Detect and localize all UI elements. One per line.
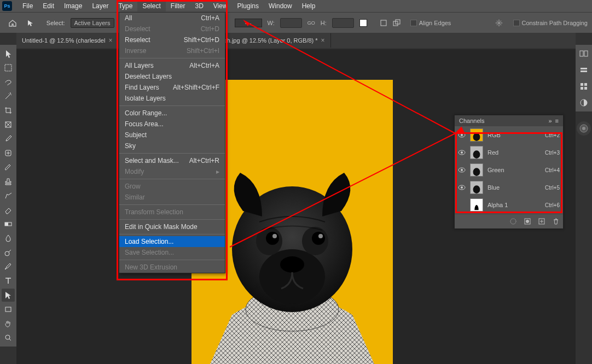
svg-point-54 bbox=[582, 127, 585, 130]
menu-3d[interactable]: 3D bbox=[190, 1, 208, 11]
tool-hand[interactable] bbox=[2, 317, 15, 330]
path-arrange-icon[interactable] bbox=[393, 19, 401, 27]
channel-row-blue[interactable]: BlueCtrl+5 bbox=[455, 179, 563, 196]
constrain-check[interactable]: Constrain Path Dragging bbox=[513, 20, 588, 26]
color-wheel-icon[interactable] bbox=[577, 121, 591, 136]
tool-lasso[interactable] bbox=[2, 75, 15, 89]
tool-eraser[interactable] bbox=[2, 203, 15, 216]
svg-point-3 bbox=[498, 22, 500, 24]
tool-history[interactable] bbox=[2, 189, 15, 202]
svg-point-29 bbox=[312, 232, 325, 245]
close-icon[interactable]: × bbox=[108, 37, 112, 44]
tool-stamp[interactable] bbox=[2, 175, 15, 188]
load-sel-icon[interactable] bbox=[509, 218, 517, 225]
visibility-icon[interactable] bbox=[458, 166, 466, 174]
channel-shortcut: Ctrl+2 bbox=[545, 132, 560, 138]
tool-gradient[interactable] bbox=[2, 218, 15, 231]
menu-item-color-range[interactable]: Color Range... bbox=[119, 108, 225, 119]
menu-item-load-selection[interactable]: Load Selection... bbox=[119, 236, 225, 247]
delete-channel-icon[interactable] bbox=[552, 218, 560, 225]
channel-name: Alpha 1 bbox=[487, 202, 541, 208]
channel-row-rgb[interactable]: RGBCtrl+2 bbox=[455, 126, 563, 144]
tool-brush[interactable] bbox=[2, 161, 15, 174]
menu-item-focus-area[interactable]: Focus Area... bbox=[119, 119, 225, 130]
select-menu-dropdown: AllCtrl+ADeselectCtrl+DReselectShift+Ctr… bbox=[119, 12, 225, 273]
tool-wand[interactable] bbox=[2, 90, 15, 103]
menu-item-new-3d-extrusion: New 3D Extrusion bbox=[119, 262, 225, 273]
menu-item-reselect[interactable]: ReselectShift+Ctrl+D bbox=[119, 34, 225, 45]
menu-help[interactable]: Help bbox=[297, 1, 321, 11]
tool-pen[interactable] bbox=[2, 260, 15, 273]
panel-menu-icon[interactable]: ≡ bbox=[555, 118, 559, 124]
channel-shortcut: Ctrl+3 bbox=[545, 150, 560, 156]
channel-name: Red bbox=[487, 149, 541, 156]
link-wh[interactable]: GO bbox=[307, 20, 315, 26]
tool-path[interactable] bbox=[2, 289, 15, 302]
close-icon[interactable]: × bbox=[321, 37, 325, 44]
gear-icon[interactable] bbox=[495, 19, 503, 27]
menu-item-edit-in-quick-mask-mode[interactable]: Edit in Quick Mask Mode bbox=[119, 221, 225, 232]
home-button[interactable] bbox=[4, 16, 21, 30]
fill-swatch[interactable] bbox=[359, 19, 367, 27]
visibility-icon[interactable] bbox=[458, 149, 466, 156]
new-channel-icon[interactable] bbox=[538, 218, 545, 225]
menu-item-subject[interactable]: Subject bbox=[119, 130, 225, 140]
svg-point-45 bbox=[461, 186, 463, 189]
tool-zoom[interactable] bbox=[2, 331, 15, 344]
visibility-icon[interactable] bbox=[458, 184, 466, 191]
save-sel-mask-icon[interactable] bbox=[524, 218, 531, 225]
path-align-icon[interactable] bbox=[380, 19, 387, 27]
tool-blur[interactable] bbox=[2, 232, 15, 245]
menu-edit[interactable]: Edit bbox=[38, 1, 59, 11]
svg-rect-19 bbox=[584, 87, 587, 90]
menu-item-find-layers[interactable]: Find LayersAlt+Shift+Ctrl+F bbox=[119, 82, 225, 93]
panel-swatch-icon[interactable] bbox=[577, 80, 590, 93]
menu-image[interactable]: Image bbox=[59, 1, 87, 11]
menu-item-isolate-layers[interactable]: Isolate Layers bbox=[119, 93, 225, 104]
channel-row-green[interactable]: GreenCtrl+4 bbox=[455, 161, 563, 179]
options-bar: | Select: Active Layers — W: GO H: | Ali… bbox=[0, 12, 592, 33]
tool-type[interactable] bbox=[2, 274, 15, 287]
menu-plugins[interactable]: Plugins bbox=[233, 1, 264, 11]
menu-layer[interactable]: Layer bbox=[87, 1, 113, 11]
panel-color-icon[interactable] bbox=[577, 63, 590, 77]
menu-filter[interactable]: Filter bbox=[166, 1, 190, 11]
panel-adjust-icon[interactable] bbox=[577, 96, 590, 109]
width-field[interactable] bbox=[280, 18, 302, 28]
tool-heal[interactable] bbox=[2, 146, 15, 160]
tool-eyedrop[interactable] bbox=[2, 132, 15, 145]
doc-tab-0[interactable]: Untitled-1 @ 12.5% (charlesdel× bbox=[16, 33, 118, 48]
menu-item-all[interactable]: AllCtrl+A bbox=[119, 13, 225, 24]
align-edges-check[interactable]: Align Edges bbox=[410, 20, 451, 26]
menu-type[interactable]: Type bbox=[113, 1, 137, 11]
tool-rect[interactable] bbox=[2, 303, 15, 316]
menu-item-deselect-layers[interactable]: Deselect Layers bbox=[119, 71, 225, 82]
select-dropdown[interactable]: Active Layers bbox=[71, 18, 114, 28]
menu-item-all-layers[interactable]: All LayersAlt+Ctrl+A bbox=[119, 60, 225, 71]
svg-point-47 bbox=[473, 185, 480, 193]
visibility-icon[interactable] bbox=[458, 131, 466, 139]
stroke-style[interactable]: — bbox=[235, 19, 262, 27]
collapse-icon[interactable]: » bbox=[548, 118, 552, 124]
menu-view[interactable]: View bbox=[208, 1, 233, 11]
height-field[interactable] bbox=[332, 18, 354, 28]
tool-marquee[interactable] bbox=[2, 61, 15, 74]
menu-item-select-and-mask[interactable]: Select and Mask...Alt+Ctrl+R bbox=[119, 155, 225, 166]
menu-item-similar: Similar bbox=[119, 192, 225, 203]
menu-select[interactable]: Select bbox=[137, 1, 165, 11]
path-arrow-icon[interactable] bbox=[26, 19, 34, 27]
channel-row-alpha-1[interactable]: Alpha 1Ctrl+6 bbox=[455, 196, 563, 214]
tool-move[interactable] bbox=[2, 47, 15, 60]
menu-window[interactable]: Window bbox=[264, 1, 297, 11]
panel-85-icon[interactable] bbox=[577, 47, 590, 60]
svg-point-9 bbox=[5, 251, 9, 256]
tool-crop[interactable] bbox=[2, 104, 15, 117]
tool-frame[interactable] bbox=[2, 118, 15, 131]
tool-dodge[interactable] bbox=[2, 246, 15, 259]
svg-point-33 bbox=[461, 134, 463, 136]
channels-footer bbox=[455, 214, 563, 228]
menu-file[interactable]: File bbox=[18, 1, 38, 11]
menu-item-sky[interactable]: Sky bbox=[119, 140, 225, 151]
svg-point-43 bbox=[473, 168, 480, 176]
channel-row-red[interactable]: RedCtrl+3 bbox=[455, 144, 563, 161]
